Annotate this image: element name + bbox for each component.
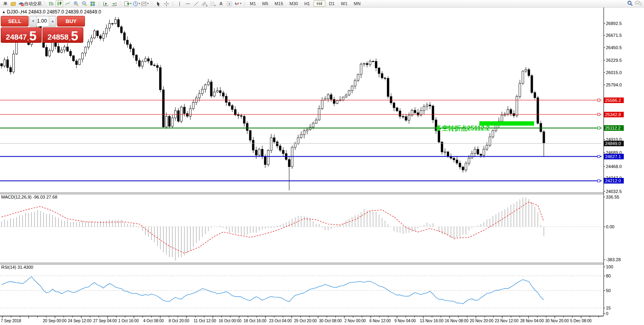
candle-body (516, 96, 518, 116)
candle-body (234, 109, 236, 115)
time-label: 6 Nov 12:00 (369, 319, 391, 323)
symbol-info: ▲ DJ30-,H4 24843.0 24857.0 24839.0 24849… (2, 9, 101, 15)
macd-tick: -383.28 (606, 257, 621, 262)
candle-body (207, 82, 209, 85)
tf-button-M5[interactable]: M5 (260, 1, 271, 6)
tf-button-W1[interactable]: W1 (338, 1, 350, 6)
new-indicator-button[interactable]: ▾ (123, 0, 132, 7)
pivot-annotation[interactable]: 多空转折点25112.2 (435, 124, 490, 133)
time-label: 30 Oct 08:00 (319, 319, 342, 323)
sell-button[interactable]: SELL (1, 16, 29, 27)
candle-body (270, 138, 272, 150)
tf-button-MN[interactable]: MN (351, 1, 363, 6)
tf-button-M15[interactable]: M15 (272, 1, 286, 6)
volume-value[interactable]: 1.00 (37, 16, 49, 26)
level-line-handle (598, 155, 600, 158)
fibonacci-tool-icon[interactable]: F (209, 0, 217, 7)
candle-body (10, 67, 12, 72)
tf-button-M30[interactable]: M30 (287, 1, 301, 6)
auto-scroll-icon[interactable] (102, 0, 110, 7)
line-chart-type-icon[interactable] (64, 0, 71, 7)
chart-canvas[interactable] (0, 0, 644, 325)
candle-body (297, 138, 299, 143)
sell-price-box[interactable]: 24847.5 (1, 27, 42, 43)
tf-button-H4[interactable]: H4 (313, 0, 325, 7)
buy-button[interactable]: BUY (57, 16, 85, 27)
candle-body (111, 23, 113, 24)
bar-chart-type-icon[interactable] (47, 0, 55, 7)
candle-body (486, 145, 488, 149)
horizontal-line-tool-icon[interactable] (184, 0, 192, 7)
candle-body (426, 105, 428, 107)
time-label: 5 Dec 08:00 (570, 319, 592, 323)
candle-body (216, 91, 218, 92)
candle-body (348, 91, 350, 95)
candle-body (321, 100, 323, 109)
candle-body (150, 61, 152, 65)
candle-body (114, 19, 116, 23)
equidistant-channel-tool-icon[interactable]: E (201, 0, 208, 7)
price-badge-25112.2: 25112.2 (604, 125, 624, 131)
trendline-tool-icon[interactable] (192, 0, 200, 7)
fibo-letter: F (214, 4, 216, 7)
templates-button[interactable]: ▾ (141, 0, 149, 7)
candle-body (79, 59, 81, 65)
chart-shift-icon[interactable] (110, 0, 118, 7)
time-label: 1 Oct 16:00 (118, 319, 139, 323)
candle-body (300, 135, 302, 138)
candle-body (354, 80, 356, 86)
candle-body (363, 63, 365, 64)
yellow-pages-icon[interactable] (10, 0, 17, 7)
tf-button-H1[interactable]: H1 (302, 1, 313, 6)
candle-body (106, 28, 108, 34)
top-toolbar: 单 自动交易 (0, 0, 644, 8)
candle-body (90, 38, 92, 42)
sell-price-frac: 5 (29, 31, 37, 42)
price-badge-24627.1: 24627.1 (604, 154, 624, 159)
tile-windows-icon[interactable] (89, 0, 96, 7)
candle-body (225, 96, 227, 103)
candle-body (504, 114, 506, 115)
volume-increase-button[interactable]: ▲ (49, 16, 56, 26)
zoom-in-icon[interactable] (72, 0, 80, 7)
candle-body (312, 123, 314, 127)
search-icon[interactable] (626, 0, 634, 7)
label-tool-icon[interactable]: T (226, 0, 233, 7)
toolbar-separator (98, 1, 100, 6)
candle-body (375, 61, 377, 68)
chat-icon[interactable] (634, 0, 642, 7)
volume-decrease-button[interactable]: ▼ (30, 16, 37, 26)
buy-price-box[interactable]: 24858.5 (42, 27, 83, 43)
candle-body (444, 152, 446, 153)
candle-body (447, 152, 449, 157)
candle-body (160, 67, 161, 90)
auto-trading-button[interactable]: 自动交易 (18, 0, 42, 7)
cursor-tool-icon[interactable] (154, 0, 162, 7)
tf-button-M1[interactable]: M1 (247, 1, 259, 6)
candle-body (432, 106, 434, 120)
candle-body (69, 51, 71, 55)
rsi-label: RSI(14) 31.4300 (1, 265, 33, 270)
candle-body (192, 102, 194, 109)
time-label: 9 Nov 04:00 (394, 319, 416, 323)
arrows-tool-button[interactable]: ▾ (234, 0, 242, 7)
candle-body (477, 149, 479, 154)
vertical-line-tool-icon[interactable] (176, 0, 183, 7)
candle-body (108, 23, 110, 28)
crosshair-tool-icon[interactable] (163, 0, 170, 7)
candle-body (183, 107, 185, 113)
candle-body (276, 142, 278, 146)
new-order-label[interactable]: 单 (2, 0, 9, 7)
tf-button-D1[interactable]: D1 (326, 1, 337, 6)
candle-body (528, 70, 530, 76)
zoom-out-icon[interactable] (81, 0, 88, 7)
periods-button[interactable]: ▾ (133, 0, 140, 7)
time-label: 28 Nov 04:00 (520, 319, 544, 323)
rsi-tick: 15 (606, 306, 611, 310)
text-tool-icon[interactable]: A (217, 0, 225, 7)
candle-body (7, 60, 9, 67)
candle-body (1, 64, 3, 66)
candle-body (492, 131, 494, 137)
candle-body (181, 107, 183, 121)
candlestick-chart-type-icon[interactable] (56, 0, 63, 7)
